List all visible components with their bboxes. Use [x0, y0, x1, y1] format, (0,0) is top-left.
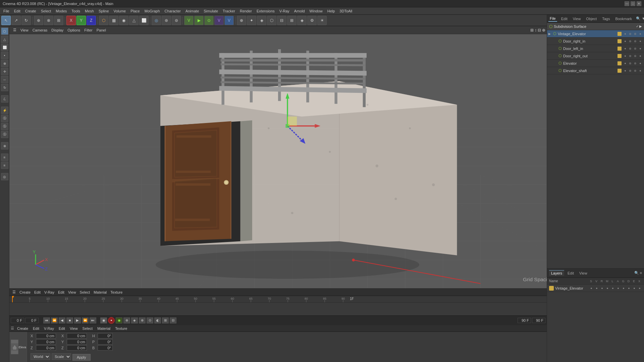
obj-tab-view[interactable]: View: [572, 16, 582, 21]
layer-icon-v[interactable]: ●: [594, 286, 599, 291]
obj-item-vintage-elevator[interactable]: ▶ ⬡ Vintage_Elevator ● ⊗ ⊗ ●: [547, 30, 644, 38]
toolbar-workplane[interactable]: ⊞: [54, 16, 63, 25]
layer-icon-r[interactable]: ●: [600, 286, 604, 291]
obj-tab-tags[interactable]: Tags: [601, 16, 611, 21]
obj-item-door-left-in[interactable]: ▶ ⬡ Door_left_in ● ⊗ ⊗ ●: [547, 45, 644, 52]
obj-vis-dli-1[interactable]: ●: [623, 46, 628, 51]
obj-vis-dri-3[interactable]: ⊗: [633, 39, 638, 44]
btn-keyframe4[interactable]: ⊙: [147, 317, 153, 323]
attr-menu-vray[interactable]: V-Ray: [42, 326, 56, 331]
vp-icon-4[interactable]: ⊕: [542, 28, 545, 33]
toolbar-extra7[interactable]: ◈: [297, 16, 307, 25]
toolbar-move-mode[interactable]: ↖: [1, 16, 11, 25]
layers-tab-layers[interactable]: Layers: [549, 270, 564, 276]
coord-input-z[interactable]: [36, 345, 56, 351]
obj-vis-icon-3[interactable]: ⊗: [633, 32, 638, 36]
layers-icon-1[interactable]: 🔍: [634, 271, 639, 275]
layer-icon-s[interactable]: ●: [589, 286, 594, 291]
attr-menu-edit2[interactable]: Edit: [57, 326, 67, 331]
attr-menu-view[interactable]: View: [68, 326, 79, 331]
obj-vis-es-2[interactable]: ⊗: [628, 68, 633, 73]
attr-menu-select[interactable]: Select: [81, 326, 95, 331]
btn-auto-key[interactable]: ◉: [100, 317, 107, 323]
layer-icon-a[interactable]: ●: [616, 286, 621, 291]
tool-live-selection[interactable]: ⊕: [1, 60, 8, 67]
tool-point-mode[interactable]: •: [1, 52, 8, 59]
layer-icon-d[interactable]: ●: [627, 286, 631, 291]
toolbar-obj-type2[interactable]: ▦: [109, 16, 118, 25]
menu-vray[interactable]: V-Ray: [277, 8, 291, 14]
menu-select[interactable]: Select: [39, 8, 53, 14]
layer-icon-x[interactable]: ●: [637, 286, 642, 291]
toolbar-render-mode2[interactable]: ⊛: [162, 16, 171, 25]
toolbar-extra3[interactable]: ◈: [257, 16, 266, 25]
layers-tab-view[interactable]: View: [577, 270, 589, 276]
toolbar-extra1[interactable]: ⊕: [237, 16, 246, 25]
obj-vis-el-3[interactable]: ⊗: [633, 61, 638, 66]
toolbar-obj-type3[interactable]: ◉: [119, 16, 128, 25]
menu-simulate[interactable]: Simulate: [202, 8, 220, 14]
vp-menu-options[interactable]: Options: [66, 27, 82, 33]
toolbar-x-axis[interactable]: X: [66, 16, 76, 25]
tool-layers2[interactable]: ≡: [1, 162, 8, 169]
btn-goto-start[interactable]: ⏮: [43, 317, 50, 323]
tool-mesh-mode[interactable]: △: [1, 36, 8, 43]
vp-menu-filter[interactable]: Filter: [83, 27, 94, 33]
tool-misc[interactable]: ◎: [1, 173, 8, 180]
btn-keyframe2[interactable]: ◈: [131, 317, 138, 323]
obj-vis-dro-3[interactable]: ⊗: [633, 54, 638, 58]
obj-vis-dri-1[interactable]: ●: [623, 39, 628, 44]
tool-material2[interactable]: Ⓢ: [1, 123, 8, 130]
obj-item-elevator[interactable]: ▶ ⬡ Elevator ● ⊗ ⊗ ●: [547, 60, 644, 67]
tl-menu-icon[interactable]: ☰: [11, 289, 17, 295]
toolbar-render-mode3[interactable]: ⊜: [172, 16, 181, 25]
btn-keyframe6[interactable]: ⊞: [162, 317, 169, 323]
layers-icon-2[interactable]: ≡: [640, 271, 642, 275]
tl-menu-view[interactable]: View: [66, 290, 78, 295]
menu-3dtoall[interactable]: 3DToAll: [337, 8, 354, 14]
obj-vis-dri-4[interactable]: ●: [638, 39, 643, 44]
toolbar-z-axis[interactable]: Z: [87, 16, 96, 25]
toolbar-vray3[interactable]: ⊙: [204, 16, 214, 25]
tl-menu-texture[interactable]: Texture: [109, 290, 124, 295]
coord-input-x[interactable]: [36, 333, 56, 339]
btn-keyframe5[interactable]: ◐: [154, 317, 161, 323]
obj-vis-icon-2[interactable]: ⊗: [628, 32, 633, 36]
tool-move[interactable]: ✛: [1, 68, 8, 75]
obj-vis-dro-1[interactable]: ●: [623, 54, 628, 58]
coord-input-sy[interactable]: [67, 339, 87, 345]
obj-vis-dro-4[interactable]: ●: [638, 54, 643, 58]
menu-character[interactable]: Character: [163, 8, 183, 14]
coord-input-sz[interactable]: [67, 345, 87, 351]
obj-vis-es-1[interactable]: ●: [623, 68, 628, 73]
vp-icon-1[interactable]: ⊞: [530, 28, 534, 33]
menu-tools[interactable]: Tools: [69, 8, 82, 14]
layer-icon-g[interactable]: ●: [621, 286, 626, 291]
obj-vis-dro-2[interactable]: ⊗: [628, 54, 633, 58]
toolbar-y-axis[interactable]: Y: [76, 16, 86, 25]
btn-prev-keyframe[interactable]: ⏪: [51, 317, 58, 323]
menu-edit[interactable]: Edit: [12, 8, 22, 14]
coord-mode-dropdown[interactable]: Scale: [52, 353, 71, 360]
obj-item-elevator-shaft[interactable]: ▶ ⬡ Elevator_shaft ● ⊗ ⊗ ●: [547, 67, 644, 74]
toolbar-obj-type5[interactable]: ⬜: [139, 16, 149, 25]
tool-paint[interactable]: ⊗: [1, 142, 8, 149]
coord-input-b[interactable]: [98, 345, 113, 351]
toolbar-obj-type1[interactable]: ⬡: [99, 16, 108, 25]
layer-row-vintage-elevator[interactable]: Vintage_Elevator ● ● ● ● ● ● ● ● ● ●: [547, 285, 644, 292]
obj-tab-bookmark[interactable]: Bookmark: [614, 16, 633, 21]
obj-vis-dli-2[interactable]: ⊗: [628, 46, 633, 51]
toolbar-vray1[interactable]: V: [184, 16, 194, 25]
obj-tab-object[interactable]: Object: [585, 16, 598, 21]
obj-color-elevator-shaft[interactable]: [618, 69, 622, 73]
btn-play-back[interactable]: ◀: [59, 317, 65, 323]
obj-arrow-vintage-elevator[interactable]: ▶: [548, 32, 552, 36]
obj-vis-dli-4[interactable]: ●: [638, 46, 643, 51]
toolbar-extra8[interactable]: ⚙: [307, 16, 317, 25]
toolbar-extra2[interactable]: ✦: [247, 16, 256, 25]
btn-goto-end[interactable]: ⏭: [90, 317, 96, 323]
btn-play[interactable]: ▶: [74, 317, 81, 323]
frame-end2-display[interactable]: 90 F: [532, 318, 545, 323]
obj-color-vintage-elevator[interactable]: [618, 32, 622, 36]
vp-menu-view[interactable]: View: [19, 27, 30, 33]
